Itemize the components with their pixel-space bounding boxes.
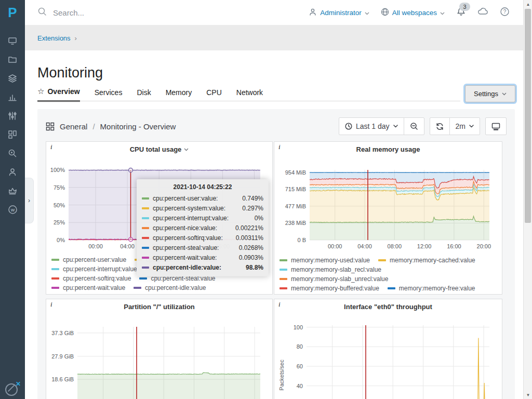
info-icon[interactable]: i <box>50 143 52 151</box>
sidebar-item-databases[interactable] <box>0 70 25 89</box>
legend-item[interactable]: memory:memory-slab_recl:value <box>280 266 381 273</box>
info-icon[interactable]: i <box>50 300 52 309</box>
panel-title-label: Partition "/" utilization <box>124 303 195 311</box>
sidebar-expand-handle[interactable]: › <box>25 178 34 223</box>
legend-swatch <box>280 278 287 280</box>
sidebar-item-websites[interactable] <box>0 33 25 51</box>
chevron-down-icon <box>365 9 369 17</box>
legend-item[interactable]: cpu:percent-softirq:value <box>51 275 131 282</box>
tab-services[interactable]: Services <box>95 87 123 102</box>
legend-item[interactable]: cpu:percent-idle:value <box>134 284 206 291</box>
chevron-down-icon <box>502 92 507 96</box>
refresh-button[interactable] <box>430 117 450 135</box>
settings-button[interactable]: Settings <box>465 85 515 102</box>
svg-text:954 MiB: 954 MiB <box>285 169 306 176</box>
tab-memory[interactable]: Memory <box>166 87 192 102</box>
sidebar-item-users[interactable] <box>0 164 25 182</box>
info-icon[interactable]: i <box>278 300 281 309</box>
search-icon <box>37 7 47 18</box>
svg-text:80: 80 <box>297 343 303 350</box>
memory-usage-chart[interactable]: 954 MiB715 MiB477 MiB238 MiB0 B00:0004:0… <box>277 161 499 259</box>
chevron-down-icon <box>469 125 474 128</box>
eth0-throughput-chart[interactable]: 10080604000:0004:0008:0012:0016:0020:00P… <box>277 318 499 399</box>
chevron-right-icon: › <box>75 34 77 42</box>
sidebar-item-files[interactable] <box>0 51 25 70</box>
time-range-label: Last 1 day <box>356 122 390 130</box>
search-input[interactable] <box>52 8 168 18</box>
legend-item[interactable]: memory:memory-free:value <box>388 285 475 292</box>
tab-cpu[interactable]: CPU <box>206 87 222 102</box>
svg-text:60: 60 <box>297 363 303 369</box>
tab-label: Overview <box>47 87 79 96</box>
panel-title[interactable]: CPU total usage <box>46 145 272 153</box>
legend-swatch <box>388 287 395 289</box>
refresh-icon <box>436 123 444 130</box>
legend-item[interactable]: cpu:percent-wait:value <box>51 284 125 291</box>
breadcrumb-extensions[interactable]: Extensions <box>37 34 71 42</box>
grafana-toolbar: General / Monitoring - Overview Last 1 d… <box>46 117 507 135</box>
global-search[interactable] <box>37 7 168 18</box>
legend-item[interactable]: memory:memory-used:value <box>280 257 370 264</box>
legend-item[interactable]: memory:memory-cached:value <box>378 257 475 264</box>
page-title: Monitoring <box>37 65 103 81</box>
dashboard-breadcrumb[interactable]: General / Monitoring - Overview <box>46 122 176 131</box>
dashboard-folder[interactable]: General <box>60 122 87 131</box>
close-icon[interactable]: ✕ <box>16 380 21 388</box>
tooltip-timestamp: 2021-10-14 04:25:22 <box>142 183 263 191</box>
panel-title[interactable]: Interface "eth0" throughput <box>274 303 502 311</box>
promo-button[interactable]: ✕ <box>5 380 21 396</box>
cloud-icon[interactable] <box>477 7 488 18</box>
legend-item[interactable]: memory:memory-slab_unrecl:value <box>280 275 388 283</box>
webspaces-menu[interactable]: All webspaces <box>381 8 445 18</box>
dashboard-grid-icon <box>46 122 55 131</box>
sidebar-item-wordpress[interactable]: W <box>0 201 25 220</box>
sidebar-item-extensions[interactable] <box>0 126 25 145</box>
sidebar-item-statistics[interactable] <box>0 89 25 108</box>
crown-icon <box>8 186 17 197</box>
svg-text:25%: 25% <box>54 219 65 225</box>
panel-title-label: Real memory usage <box>356 145 420 153</box>
panel-title[interactable]: Real memory usage <box>274 145 502 153</box>
legend-swatch <box>280 287 287 289</box>
tab-label: Disk <box>137 88 151 97</box>
tab-bar-divider <box>37 101 460 101</box>
tab-label: Services <box>95 88 123 97</box>
refresh-interval-picker[interactable]: 2m <box>449 117 480 135</box>
time-range-picker[interactable]: Last 1 day <box>339 117 404 135</box>
panel-title[interactable]: Partition "/" utilization <box>46 303 272 311</box>
sidebar-item-tools[interactable] <box>0 108 25 126</box>
dashboard-name[interactable]: Monitoring - Overview <box>100 122 176 131</box>
user-menu[interactable]: Administrator <box>309 8 369 18</box>
legend-item[interactable]: cpu:percent-user:value <box>51 256 126 263</box>
tooltip-row: cpu:percent-system:value:0.297% <box>142 203 263 213</box>
vertical-scrollbar[interactable]: ▲ ▼ <box>523 0 532 399</box>
disk-utilization-chart[interactable]: 37.3 GiB27.9 GiB18.6 GiB00:0004:0008:001… <box>49 318 269 399</box>
scrollbar-thumb[interactable] <box>525 9 531 223</box>
tooltip-row: cpu:percent-user:value:0.749% <box>142 193 263 203</box>
kiosk-mode-button[interactable] <box>485 117 507 135</box>
tab-disk[interactable]: Disk <box>137 87 151 102</box>
legend-label: cpu:percent-wait:value <box>63 284 125 291</box>
help-icon[interactable]: ? <box>500 7 510 19</box>
svg-text:18.6 GiB: 18.6 GiB <box>51 376 74 382</box>
legend-label: cpu:percent-softirq:value <box>63 275 131 282</box>
legend-item[interactable]: memory:memory-buffered:value <box>280 285 379 292</box>
settings-button-label: Settings <box>474 90 498 98</box>
legend-swatch <box>51 259 59 261</box>
legend-item[interactable]: cpu:percent-interrupt:value <box>51 265 137 273</box>
tab-label: CPU <box>206 88 222 97</box>
notifications-button[interactable]: 3 <box>456 7 466 19</box>
tab-network[interactable]: Network <box>236 87 263 102</box>
zoom-out-button[interactable] <box>404 117 424 135</box>
tooltip-row: cpu:percent-softirq:value:0.00311% <box>142 233 263 243</box>
sidebar-item-seo[interactable] <box>0 145 25 164</box>
plesk-logo[interactable]: P <box>0 0 25 25</box>
info-icon[interactable]: i <box>278 143 281 151</box>
tab-overview[interactable]: ☆Overview <box>37 87 80 102</box>
scroll-down-arrow[interactable]: ▼ <box>524 391 532 399</box>
sidebar-item-subscriptions[interactable] <box>0 182 25 201</box>
scroll-up-arrow[interactable]: ▲ <box>524 0 532 8</box>
tooltip-row: cpu:percent-idle:value:98.8% <box>142 262 263 272</box>
chevron-down-icon <box>184 148 189 151</box>
svg-text:100%: 100% <box>50 167 65 173</box>
